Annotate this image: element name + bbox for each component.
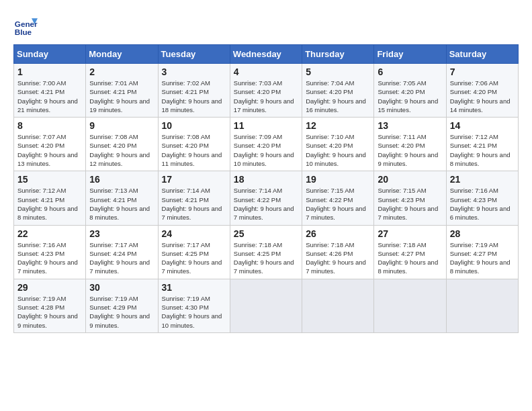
calendar-table: Sunday Monday Tuesday Wednesday Thursday… <box>13 44 519 333</box>
calendar-cell <box>374 279 446 332</box>
day-number: 16 <box>89 174 154 185</box>
calendar-cell: 14 Sunrise: 7:12 AMSunset: 4:21 PMDaylig… <box>446 118 518 171</box>
day-info: Sunrise: 7:13 AMSunset: 4:21 PMDaylight:… <box>89 187 150 221</box>
day-info: Sunrise: 7:08 AMSunset: 4:20 PMDaylight:… <box>162 133 222 167</box>
day-info: Sunrise: 7:14 AMSunset: 4:22 PMDaylight:… <box>234 187 294 221</box>
calendar-cell: 6 Sunrise: 7:05 AMSunset: 4:20 PMDayligh… <box>374 64 446 118</box>
day-info: Sunrise: 7:19 AMSunset: 4:28 PMDaylight:… <box>17 295 78 329</box>
calendar-cell <box>446 279 518 332</box>
calendar-week-5: 29 Sunrise: 7:19 AMSunset: 4:28 PMDaylig… <box>14 279 519 332</box>
day-number: 20 <box>378 174 442 185</box>
day-info: Sunrise: 7:19 AMSunset: 4:29 PMDaylight:… <box>89 295 150 329</box>
calendar-cell: 31 Sunrise: 7:19 AMSunset: 4:30 PMDaylig… <box>158 279 230 332</box>
day-info: Sunrise: 7:16 AMSunset: 4:23 PMDaylight:… <box>17 241 78 275</box>
day-info: Sunrise: 7:09 AMSunset: 4:20 PMDaylight:… <box>234 133 294 167</box>
calendar-cell <box>302 279 374 332</box>
col-thursday: Thursday <box>302 45 374 64</box>
header-row: Sunday Monday Tuesday Wednesday Thursday… <box>14 45 519 64</box>
calendar-cell: 16 Sunrise: 7:13 AMSunset: 4:21 PMDaylig… <box>86 171 158 225</box>
calendar-week-4: 22 Sunrise: 7:16 AMSunset: 4:23 PMDaylig… <box>14 225 519 279</box>
calendar-week-3: 15 Sunrise: 7:12 AMSunset: 4:21 PMDaylig… <box>14 171 519 225</box>
day-number: 4 <box>234 66 298 77</box>
day-number: 2 <box>89 66 154 77</box>
day-info: Sunrise: 7:11 AMSunset: 4:20 PMDaylight:… <box>378 133 438 167</box>
day-info: Sunrise: 7:04 AMSunset: 4:20 PMDaylight:… <box>306 79 366 113</box>
calendar-cell: 8 Sunrise: 7:07 AMSunset: 4:20 PMDayligh… <box>14 118 86 171</box>
day-info: Sunrise: 7:10 AMSunset: 4:20 PMDaylight:… <box>306 133 366 167</box>
calendar-cell: 1 Sunrise: 7:00 AMSunset: 4:21 PMDayligh… <box>14 64 86 118</box>
calendar-week-1: 1 Sunrise: 7:00 AMSunset: 4:21 PMDayligh… <box>14 64 519 118</box>
day-info: Sunrise: 7:03 AMSunset: 4:20 PMDaylight:… <box>234 79 294 113</box>
day-info: Sunrise: 7:06 AMSunset: 4:20 PMDaylight:… <box>450 79 511 113</box>
calendar-week-2: 8 Sunrise: 7:07 AMSunset: 4:20 PMDayligh… <box>14 118 519 171</box>
col-wednesday: Wednesday <box>230 45 302 64</box>
calendar-cell: 19 Sunrise: 7:15 AMSunset: 4:22 PMDaylig… <box>302 171 374 225</box>
day-number: 21 <box>450 174 515 185</box>
day-number: 29 <box>17 282 82 293</box>
calendar-cell: 11 Sunrise: 7:09 AMSunset: 4:20 PMDaylig… <box>230 118 302 171</box>
day-number: 3 <box>162 66 226 77</box>
col-saturday: Saturday <box>446 45 518 64</box>
day-info: Sunrise: 7:15 AMSunset: 4:23 PMDaylight:… <box>378 187 438 221</box>
day-number: 15 <box>17 174 82 185</box>
day-info: Sunrise: 7:17 AMSunset: 4:25 PMDaylight:… <box>162 241 222 275</box>
day-number: 9 <box>89 120 154 131</box>
day-info: Sunrise: 7:00 AMSunset: 4:21 PMDaylight:… <box>17 79 78 113</box>
calendar-cell: 30 Sunrise: 7:19 AMSunset: 4:29 PMDaylig… <box>86 279 158 332</box>
col-tuesday: Tuesday <box>158 45 230 64</box>
calendar-cell: 25 Sunrise: 7:18 AMSunset: 4:25 PMDaylig… <box>230 225 302 279</box>
day-number: 7 <box>450 66 515 77</box>
day-info: Sunrise: 7:16 AMSunset: 4:23 PMDaylight:… <box>450 187 511 221</box>
day-number: 13 <box>378 120 442 131</box>
calendar-cell: 26 Sunrise: 7:18 AMSunset: 4:26 PMDaylig… <box>302 225 374 279</box>
calendar-cell: 24 Sunrise: 7:17 AMSunset: 4:25 PMDaylig… <box>158 225 230 279</box>
day-number: 17 <box>162 174 226 185</box>
calendar-cell: 3 Sunrise: 7:02 AMSunset: 4:21 PMDayligh… <box>158 64 230 118</box>
calendar-cell: 22 Sunrise: 7:16 AMSunset: 4:23 PMDaylig… <box>14 225 86 279</box>
day-info: Sunrise: 7:18 AMSunset: 4:27 PMDaylight:… <box>378 241 438 275</box>
day-number: 8 <box>17 120 82 131</box>
calendar-cell: 20 Sunrise: 7:15 AMSunset: 4:23 PMDaylig… <box>374 171 446 225</box>
day-number: 24 <box>162 228 226 239</box>
logo-icon: General Blue <box>13 13 38 38</box>
day-number: 10 <box>162 120 226 131</box>
calendar-cell: 23 Sunrise: 7:17 AMSunset: 4:24 PMDaylig… <box>86 225 158 279</box>
day-info: Sunrise: 7:05 AMSunset: 4:20 PMDaylight:… <box>378 79 438 113</box>
calendar-cell: 29 Sunrise: 7:19 AMSunset: 4:28 PMDaylig… <box>14 279 86 332</box>
day-info: Sunrise: 7:12 AMSunset: 4:21 PMDaylight:… <box>17 187 78 221</box>
day-number: 1 <box>17 66 82 77</box>
col-monday: Monday <box>86 45 158 64</box>
calendar-cell: 4 Sunrise: 7:03 AMSunset: 4:20 PMDayligh… <box>230 64 302 118</box>
day-info: Sunrise: 7:12 AMSunset: 4:21 PMDaylight:… <box>450 133 511 167</box>
day-info: Sunrise: 7:01 AMSunset: 4:21 PMDaylight:… <box>89 79 150 113</box>
day-number: 27 <box>378 228 442 239</box>
day-number: 23 <box>89 228 154 239</box>
calendar-cell: 12 Sunrise: 7:10 AMSunset: 4:20 PMDaylig… <box>302 118 374 171</box>
day-number: 12 <box>306 120 370 131</box>
calendar-cell: 5 Sunrise: 7:04 AMSunset: 4:20 PMDayligh… <box>302 64 374 118</box>
calendar-cell: 18 Sunrise: 7:14 AMSunset: 4:22 PMDaylig… <box>230 171 302 225</box>
day-number: 26 <box>306 228 370 239</box>
calendar-cell: 27 Sunrise: 7:18 AMSunset: 4:27 PMDaylig… <box>374 225 446 279</box>
day-info: Sunrise: 7:14 AMSunset: 4:21 PMDaylight:… <box>162 187 222 221</box>
calendar-cell: 21 Sunrise: 7:16 AMSunset: 4:23 PMDaylig… <box>446 171 518 225</box>
day-info: Sunrise: 7:19 AMSunset: 4:30 PMDaylight:… <box>162 295 222 329</box>
calendar-cell: 17 Sunrise: 7:14 AMSunset: 4:21 PMDaylig… <box>158 171 230 225</box>
day-number: 14 <box>450 120 515 131</box>
day-number: 30 <box>89 282 154 293</box>
day-info: Sunrise: 7:08 AMSunset: 4:20 PMDaylight:… <box>89 133 150 167</box>
day-number: 31 <box>162 282 226 293</box>
day-number: 28 <box>450 228 515 239</box>
day-info: Sunrise: 7:17 AMSunset: 4:24 PMDaylight:… <box>89 241 150 275</box>
day-info: Sunrise: 7:18 AMSunset: 4:26 PMDaylight:… <box>306 241 366 275</box>
day-number: 18 <box>234 174 298 185</box>
calendar-cell: 7 Sunrise: 7:06 AMSunset: 4:20 PMDayligh… <box>446 64 518 118</box>
header: General Blue <box>13 13 519 38</box>
col-sunday: Sunday <box>14 45 86 64</box>
calendar-cell: 13 Sunrise: 7:11 AMSunset: 4:20 PMDaylig… <box>374 118 446 171</box>
calendar-cell <box>230 279 302 332</box>
day-number: 22 <box>17 228 82 239</box>
calendar-cell: 2 Sunrise: 7:01 AMSunset: 4:21 PMDayligh… <box>86 64 158 118</box>
day-info: Sunrise: 7:02 AMSunset: 4:21 PMDaylight:… <box>162 79 222 113</box>
day-number: 19 <box>306 174 370 185</box>
